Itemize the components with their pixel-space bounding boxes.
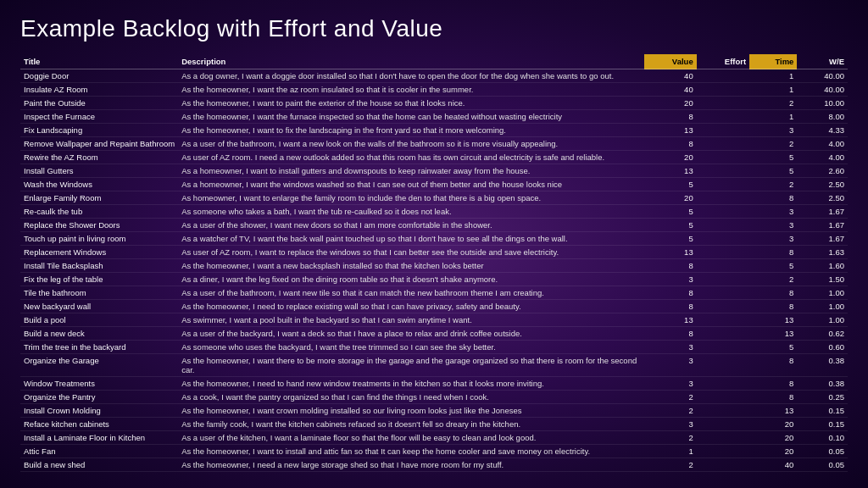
cell-title: Build a new shed — [20, 458, 178, 472]
cell-we: 0.15 — [797, 404, 848, 418]
cell-effort — [697, 300, 749, 313]
cell-effort — [697, 69, 749, 83]
table-row: Install a Laminate Floor in KitchenAs a … — [20, 431, 848, 445]
cell-we: 1.63 — [797, 246, 848, 259]
cell-time: 5 — [749, 151, 797, 164]
table-row: Organize the PantryAs a cook, I want the… — [20, 391, 848, 404]
cell-we: 10.00 — [797, 97, 848, 110]
cell-we: 1.67 — [797, 205, 848, 219]
cell-value: 40 — [644, 83, 697, 97]
cell-title: Wash the Windows — [20, 178, 178, 191]
cell-title: Install Crown Molding — [20, 404, 178, 418]
cell-value: 3 — [644, 354, 697, 377]
cell-title: Enlarge Family Room — [20, 191, 178, 205]
cell-effort — [697, 232, 749, 246]
table-row: Enlarge Family RoomAs homeowner, I want … — [20, 191, 848, 205]
cell-value: 20 — [644, 191, 697, 205]
cell-time: 1 — [749, 83, 797, 97]
cell-value: 20 — [644, 97, 697, 110]
cell-effort — [697, 205, 749, 219]
cell-description: As the homeowner, I want the furnace ins… — [178, 110, 644, 124]
cell-time: 13 — [749, 313, 797, 327]
table-wrapper: Title Description Value Effort Time W/E … — [20, 54, 848, 480]
cell-we: 40.00 — [797, 83, 848, 97]
cell-description: As swimmer, I want a pool built in the b… — [178, 313, 644, 327]
cell-description: As someone who uses the backyard, I want… — [178, 341, 644, 354]
col-header-description: Description — [178, 54, 644, 69]
cell-effort — [697, 445, 749, 458]
cell-title: Install Tile Backsplash — [20, 259, 178, 273]
table-row: Insulate AZ RoomAs the homeowner, I want… — [20, 83, 848, 97]
cell-we: 2.60 — [797, 164, 848, 178]
cell-title: Replacement Windows — [20, 246, 178, 259]
cell-effort — [697, 110, 749, 124]
cell-effort — [697, 286, 749, 300]
cell-description: As a homeowner, I want the windows washe… — [178, 178, 644, 191]
cell-value: 8 — [644, 286, 697, 300]
cell-we: 1.50 — [797, 273, 848, 286]
table-row: Remove Wallpaper and Repaint BathroomAs … — [20, 137, 848, 151]
cell-title: New backyard wall — [20, 300, 178, 313]
cell-time: 3 — [749, 124, 797, 137]
cell-time: 8 — [749, 246, 797, 259]
cell-description: As the homeowner, I need to hand new win… — [178, 377, 644, 391]
cell-value: 5 — [644, 219, 697, 232]
cell-value: 5 — [644, 232, 697, 246]
cell-value: 13 — [644, 313, 697, 327]
cell-we: 0.05 — [797, 458, 848, 472]
cell-effort — [697, 404, 749, 418]
cell-we: 4.33 — [797, 124, 848, 137]
cell-we: 0.05 — [797, 445, 848, 458]
table-row: Attic FanAs the homeowner, I want to ins… — [20, 445, 848, 458]
cell-description: As the homeowner, I need to replace exis… — [178, 300, 644, 313]
cell-description: As a dog owner, I want a doggie door ins… — [178, 69, 644, 83]
cell-time: 20 — [749, 445, 797, 458]
cell-time: 8 — [749, 191, 797, 205]
cell-time: 5 — [749, 164, 797, 178]
table-header-row: Title Description Value Effort Time W/E — [20, 54, 848, 69]
cell-time: 8 — [749, 286, 797, 300]
cell-time: 8 — [749, 377, 797, 391]
table-row: Install GuttersAs a homeowner, I want to… — [20, 164, 848, 178]
table-row: Inspect the FurnaceAs the homeowner, I w… — [20, 110, 848, 124]
cell-effort — [697, 97, 749, 110]
cell-we: 0.15 — [797, 418, 848, 431]
col-header-effort: Effort — [697, 54, 749, 69]
table-row: Install Tile BacksplashAs the homeowner,… — [20, 259, 848, 273]
cell-value: 13 — [644, 164, 697, 178]
cell-effort — [697, 327, 749, 341]
table-row: Replacement WindowsAs user of AZ room, I… — [20, 246, 848, 259]
cell-time: 20 — [749, 431, 797, 445]
cell-description: As a user of the kitchen, I want a lamin… — [178, 431, 644, 445]
cell-value: 2 — [644, 404, 697, 418]
cell-value: 2 — [644, 458, 697, 472]
cell-description: As the homeowner, I want the az room ins… — [178, 83, 644, 97]
cell-time: 2 — [749, 137, 797, 151]
cell-title: Reface kitchen cabinets — [20, 418, 178, 431]
cell-title: Attic Fan — [20, 445, 178, 458]
cell-effort — [697, 178, 749, 191]
cell-time: 3 — [749, 219, 797, 232]
cell-value: 8 — [644, 259, 697, 273]
cell-effort — [697, 377, 749, 391]
table-row: Replace the Shower DoorsAs a user of the… — [20, 219, 848, 232]
table-row: Tile the bathroomAs a user of the bathro… — [20, 286, 848, 300]
cell-time: 2 — [749, 97, 797, 110]
cell-value: 20 — [644, 151, 697, 164]
cell-time: 8 — [749, 300, 797, 313]
table-row: Re-caulk the tubAs someone who takes a b… — [20, 205, 848, 219]
cell-effort — [697, 354, 749, 377]
page-container: Example Backlog with Effort and Value Ti… — [0, 0, 868, 488]
cell-description: As someone who takes a bath, I want the … — [178, 205, 644, 219]
cell-effort — [697, 164, 749, 178]
cell-description: As the homeowner, I want crown molding i… — [178, 404, 644, 418]
backlog-table: Title Description Value Effort Time W/E … — [20, 54, 848, 472]
cell-description: As the homeowner, I want there to be mor… — [178, 354, 644, 377]
cell-we: 0.60 — [797, 341, 848, 354]
cell-time: 13 — [749, 404, 797, 418]
table-row: Window TreatmentsAs the homeowner, I nee… — [20, 377, 848, 391]
cell-time: 20 — [749, 418, 797, 431]
cell-value: 3 — [644, 418, 697, 431]
table-row: Organize the GarageAs the homeowner, I w… — [20, 354, 848, 377]
cell-time: 5 — [749, 341, 797, 354]
